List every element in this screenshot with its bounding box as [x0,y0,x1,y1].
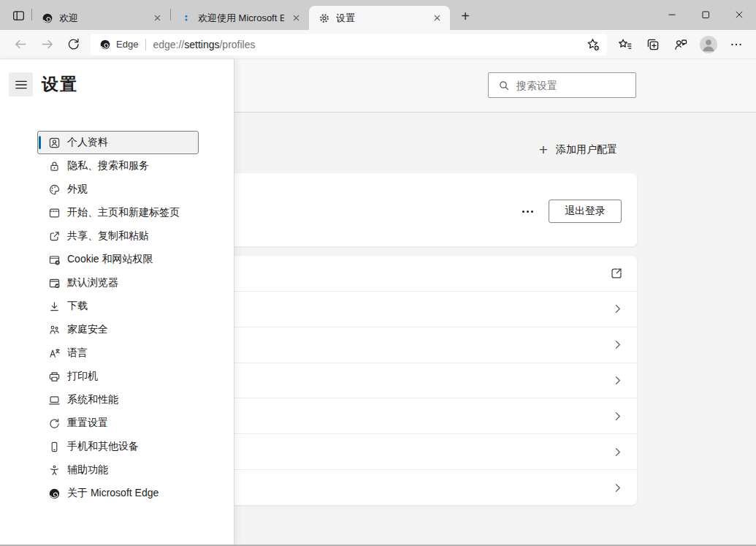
printer-icon [48,371,61,383]
edge-logo-icon [99,39,111,50]
settings-more-button[interactable] [722,33,750,56]
window-controls [655,0,756,29]
address-separator [145,39,146,50]
more-horizontal-icon [522,211,533,213]
plus-icon: + [461,8,470,25]
collections-button[interactable] [639,33,667,56]
site-label: Edge [116,39,138,50]
chevron-right-icon [612,339,623,350]
back-button[interactable] [7,33,34,56]
sidebar-item-printers[interactable]: 打印机 [37,365,199,388]
add-profile-button[interactable]: + 添加用户配置 [539,142,617,157]
settings-nav-sidebar: 设置 个人资料 隐私、搜索和服务 外观 [0,59,234,546]
signout-button[interactable]: 退出登录 [549,200,622,223]
settings-gear-icon [318,12,330,24]
site-chip[interactable]: Edge [99,39,138,50]
profile-card-actions: 退出登录 [521,200,622,223]
tab-close-icon[interactable] [151,12,164,24]
profile-avatar-button[interactable] [695,33,722,56]
window-close-button[interactable] [722,0,756,29]
add-profile-label: 添加用户配置 [556,143,617,156]
hamburger-icon [14,77,28,92]
browser-essentials-button[interactable] [667,33,695,56]
window-minimize-button[interactable] [655,0,689,29]
sidebar-header: 设置 [0,59,234,96]
tab-title: 设置 [336,12,425,25]
sidebar-item-family-safety[interactable]: 家庭安全 [37,318,199,341]
tab-title: 欢迎使用 Microsoft Edg [198,12,284,25]
refresh-button[interactable] [60,33,86,56]
profile-icon [48,137,61,149]
edge-logo-icon [48,488,61,500]
system-performance-icon [48,394,61,406]
search-icon [498,80,510,91]
new-tab-button[interactable]: + [455,6,476,26]
sidebar-item-accessibility[interactable]: 辅助功能 [37,458,199,482]
tab-actions-button[interactable] [7,5,29,26]
avatar [700,36,717,53]
browser-toolbar: Edge edge://settings/profiles [0,30,756,59]
star-plus-icon [586,37,600,52]
chevron-right-icon [612,411,623,422]
refresh-icon [66,37,80,51]
appearance-palette-icon [48,183,61,196]
sidebar-item-profile[interactable]: 个人资料 [37,131,199,154]
open-external-icon [610,267,623,280]
tab-close-icon[interactable] [431,12,443,24]
titlebar: 欢迎 欢迎使用 Microsoft Edg 设置 + [0,0,756,30]
tab-actions-icon [12,9,26,23]
sidebar-item-appearance[interactable]: 外观 [37,178,199,201]
back-icon [14,37,28,51]
forward-button[interactable] [34,33,60,56]
menu-toggle-button[interactable] [9,72,33,96]
cookies-permissions-icon [48,254,61,266]
search-input[interactable] [516,80,630,91]
reset-icon [48,417,61,430]
tab-welcome[interactable]: 欢迎 [32,6,170,30]
family-safety-icon [48,324,61,336]
close-icon [733,8,746,21]
person-chat-icon [673,37,688,52]
favorites-button[interactable] [611,33,639,56]
settings-page: + 添加用户配置 退出登录 [0,59,756,546]
tab-close-icon[interactable] [290,12,302,24]
sidebar-item-privacy[interactable]: 隐私、搜索和服务 [37,154,199,178]
phone-devices-icon [48,441,61,453]
maximize-icon [699,8,712,21]
sidebar-item-reset-settings[interactable]: 重置设置 [37,412,199,435]
address-bar[interactable]: Edge edge://settings/profiles [91,34,607,56]
chevron-right-icon [612,482,623,493]
chevron-right-icon [612,303,623,314]
settings-nav-menu: 个人资料 隐私、搜索和服务 外观 开始、主页和新建标签页 [37,131,199,505]
downloads-icon [48,300,61,313]
languages-icon [48,347,61,360]
url-text: edge://settings/profiles [153,39,255,50]
accessibility-icon [48,464,61,477]
chevron-right-icon [612,447,623,458]
sidebar-item-phone-devices[interactable]: 手机和其他设备 [37,435,199,458]
more-horizontal-icon [729,37,744,52]
share-icon [48,230,61,243]
minimize-icon [665,8,679,21]
sidebar-item-default-browser[interactable]: 默认浏览器 [37,271,199,295]
tab-welcome-to-edge[interactable]: 欢迎使用 Microsoft Edg [171,6,309,30]
tab-title: 欢迎 [59,12,145,25]
settings-search-box[interactable] [488,72,636,98]
default-browser-icon [48,277,61,289]
sidebar-item-downloads[interactable]: 下载 [37,295,199,318]
forward-icon [40,37,54,51]
window-maximize-button[interactable] [689,0,722,29]
edge-logo-icon [42,12,53,24]
start-home-icon [48,207,61,219]
tab-settings[interactable]: 设置 [309,6,450,30]
sidebar-item-share-copy-paste[interactable]: 共享、复制和粘贴 [37,224,199,248]
chevron-right-icon [612,375,623,386]
sidebar-item-start-home[interactable]: 开始、主页和新建标签页 [37,201,199,224]
sidebar-item-about-edge[interactable]: 关于 Microsoft Edge [37,482,199,505]
sidebar-item-languages[interactable]: 语言 [37,341,199,365]
sidebar-item-system-performance[interactable]: 系统和性能 [37,388,199,412]
sidebar-item-cookies-permissions[interactable]: Cookie 和网站权限 [37,248,199,271]
profile-more-button[interactable] [521,206,535,217]
add-favorite-button[interactable] [581,35,605,54]
page-title: 设置 [42,73,78,96]
